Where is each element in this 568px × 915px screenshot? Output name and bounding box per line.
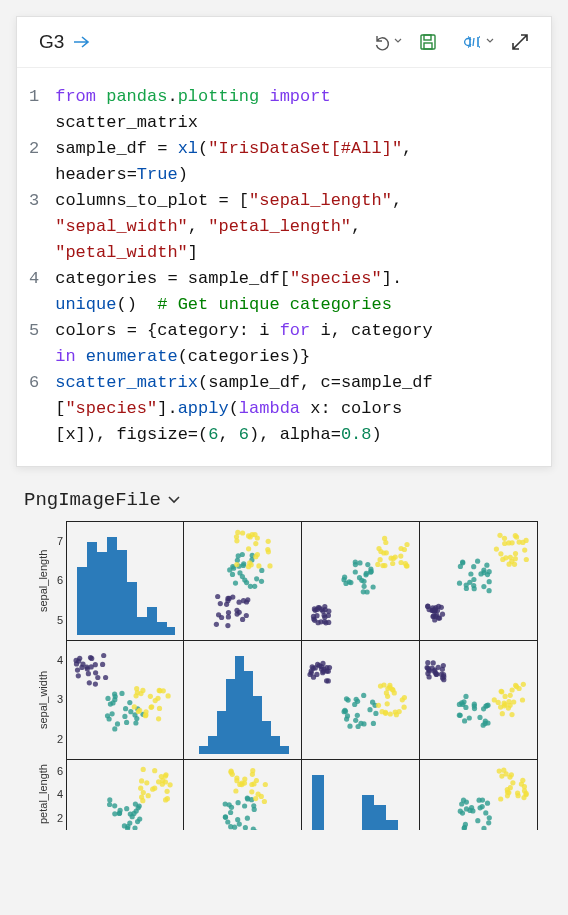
svg-point-219 [95, 675, 100, 680]
svg-point-537 [263, 782, 268, 787]
svg-point-514 [237, 822, 242, 827]
svg-point-116 [362, 584, 367, 589]
svg-point-34 [241, 598, 246, 603]
svg-point-273 [149, 704, 154, 709]
svg-point-524 [242, 803, 247, 808]
svg-point-410 [506, 699, 511, 704]
svg-rect-279 [217, 711, 226, 754]
svg-point-599 [477, 798, 482, 803]
svg-point-225 [80, 662, 85, 667]
svg-point-338 [388, 711, 393, 716]
svg-point-31 [219, 615, 224, 620]
svg-point-483 [156, 779, 161, 784]
svg-point-51 [240, 552, 245, 557]
cell-1-3-scatter [420, 641, 538, 759]
svg-point-160 [432, 617, 437, 622]
svg-point-306 [326, 678, 331, 683]
chevron-down-icon [167, 494, 181, 506]
svg-point-415 [510, 687, 515, 692]
svg-point-212 [93, 670, 98, 675]
svg-point-238 [112, 726, 117, 731]
svg-point-324 [367, 707, 372, 712]
save-button[interactable] [411, 27, 445, 57]
svg-point-318 [355, 713, 360, 718]
svg-point-177 [481, 568, 486, 573]
svg-point-270 [157, 688, 162, 693]
svg-point-339 [383, 711, 388, 716]
svg-point-251 [128, 709, 133, 714]
svg-point-206 [508, 555, 513, 560]
svg-point-476 [152, 768, 157, 773]
svg-point-71 [267, 563, 272, 568]
svg-point-264 [148, 694, 153, 699]
svg-point-254 [110, 700, 115, 705]
svg-point-180 [471, 577, 476, 582]
svg-point-64 [253, 541, 258, 546]
svg-point-176 [481, 584, 486, 589]
svg-rect-11 [157, 622, 167, 635]
svg-point-197 [510, 540, 515, 545]
svg-point-391 [483, 721, 488, 726]
output-type-label: PngImageFile [24, 489, 161, 511]
expand-button[interactable] [503, 27, 537, 57]
svg-point-484 [165, 796, 170, 801]
svg-rect-5 [97, 552, 107, 635]
ylabel-sepal-length: sepal_length [36, 521, 50, 640]
svg-point-135 [382, 536, 387, 541]
scatter-matrix-chart: sepal_length 7 6 5 [36, 521, 552, 830]
svg-point-583 [475, 818, 480, 823]
svg-point-333 [402, 705, 407, 710]
cell-2-3-scatter [420, 760, 538, 830]
svg-point-214 [75, 668, 80, 673]
svg-point-165 [433, 607, 438, 612]
svg-point-396 [457, 713, 462, 718]
svg-point-140 [399, 560, 404, 565]
code-content[interactable]: from pandas.plotting import scatter_matr… [55, 84, 541, 448]
svg-point-322 [342, 708, 347, 713]
svg-point-536 [253, 796, 258, 801]
svg-point-352 [400, 697, 405, 702]
svg-point-242 [105, 713, 110, 718]
svg-point-209 [524, 557, 529, 562]
svg-point-588 [458, 809, 463, 814]
svg-point-601 [481, 826, 486, 830]
code-editor[interactable]: 1 2 3 4 5 6 from pandas.plotting import … [17, 68, 551, 466]
svg-rect-278 [208, 736, 217, 754]
svg-point-109 [353, 562, 358, 567]
undo-button[interactable] [359, 27, 405, 57]
svg-point-134 [380, 563, 385, 568]
svg-point-107 [369, 569, 374, 574]
svg-point-357 [425, 660, 430, 665]
svg-point-122 [347, 579, 352, 584]
output-type-dropdown[interactable]: PngImageFile [16, 483, 552, 521]
svg-point-213 [103, 675, 108, 680]
svg-point-232 [93, 682, 98, 687]
svg-point-548 [234, 775, 239, 780]
svg-point-525 [243, 825, 248, 830]
svg-point-37 [254, 576, 259, 581]
svg-point-600 [461, 798, 466, 803]
svg-point-461 [135, 819, 140, 824]
svg-point-114 [353, 569, 358, 574]
svg-point-467 [140, 798, 145, 803]
svg-point-15 [218, 601, 223, 606]
svg-point-379 [477, 715, 482, 720]
svg-rect-2 [424, 43, 432, 49]
goto-arrow-icon[interactable] [72, 33, 92, 51]
svg-point-142 [375, 562, 380, 567]
svg-point-327 [344, 717, 349, 722]
svg-point-222 [89, 656, 94, 661]
svg-point-309 [353, 718, 358, 723]
svg-rect-7 [117, 550, 127, 635]
svg-point-469 [139, 778, 144, 783]
svg-point-60 [255, 535, 260, 540]
reference-button[interactable] [451, 27, 497, 57]
svg-point-445 [107, 797, 112, 802]
svg-point-253 [134, 716, 139, 721]
svg-point-549 [250, 768, 255, 773]
cell-reference: G3 [39, 31, 64, 53]
svg-point-399 [520, 697, 525, 702]
svg-point-276 [143, 709, 148, 714]
svg-point-394 [462, 718, 467, 723]
svg-point-618 [510, 780, 515, 785]
